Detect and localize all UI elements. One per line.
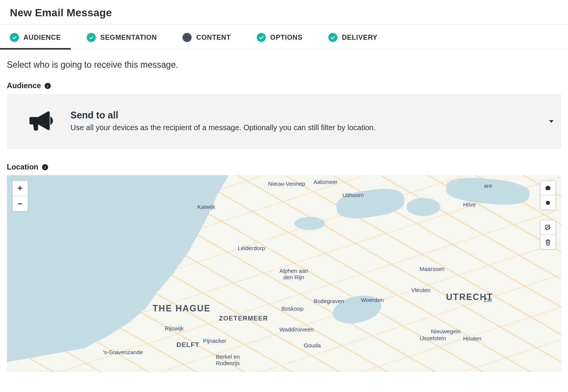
- zoom-out-button[interactable]: −: [12, 196, 28, 211]
- wizard-tabs: AUDIENCE SEGMENTATION CONTENT OPTIONS DE…: [0, 25, 568, 49]
- info-icon[interactable]: i: [45, 83, 51, 89]
- section-label-text: Audience: [7, 81, 41, 90]
- megaphone-icon: [26, 106, 55, 137]
- check-icon: [87, 33, 96, 42]
- map-edit-control: [540, 220, 556, 249]
- tab-delivery[interactable]: DELIVERY: [328, 33, 378, 43]
- location-map[interactable]: THE HAGUEUTRECHTZOETERMEERDELFTNieuw-Ven…: [7, 175, 561, 372]
- map-zoom-control: + −: [12, 180, 28, 212]
- section-label-text: Location: [7, 163, 38, 171]
- delete-shapes-button[interactable]: [540, 235, 556, 249]
- svg-point-0: [546, 201, 550, 205]
- tab-audience[interactable]: AUDIENCE: [10, 33, 61, 43]
- check-icon: [328, 33, 337, 42]
- info-icon[interactable]: i: [42, 164, 48, 170]
- tab-segmentation[interactable]: SEGMENTATION: [87, 33, 157, 43]
- audience-card-description: Use all your devices as the recipient of…: [70, 122, 376, 133]
- audience-section-label: Audience i: [7, 81, 561, 90]
- draw-polygon-button[interactable]: [540, 181, 556, 195]
- map-draw-control: [540, 180, 556, 210]
- tab-label: OPTIONS: [270, 34, 303, 42]
- chevron-down-icon: [549, 120, 554, 123]
- tab-content[interactable]: CONTENT: [183, 33, 231, 43]
- map-lake: [406, 198, 440, 216]
- tab-label: SEGMENTATION: [100, 34, 157, 42]
- tab-label: CONTENT: [196, 34, 231, 42]
- zoom-in-button[interactable]: +: [12, 181, 28, 196]
- audience-card-title: Send to all: [70, 110, 376, 121]
- fingerprint-icon: [183, 33, 192, 42]
- tab-label: DELIVERY: [342, 34, 378, 42]
- intro-text: Select who is going to receive this mess…: [7, 60, 561, 70]
- tab-label: AUDIENCE: [23, 34, 61, 42]
- audience-selector[interactable]: Send to all Use all your devices as the …: [7, 94, 561, 149]
- draw-circle-button[interactable]: [540, 195, 556, 210]
- check-icon: [257, 33, 266, 42]
- tab-options[interactable]: OPTIONS: [257, 33, 303, 43]
- page-title: New Email Message: [10, 7, 558, 19]
- edit-shapes-button[interactable]: [540, 220, 556, 235]
- check-icon: [10, 33, 19, 42]
- location-section-label: Location i: [7, 163, 561, 171]
- map-lake: [295, 217, 325, 230]
